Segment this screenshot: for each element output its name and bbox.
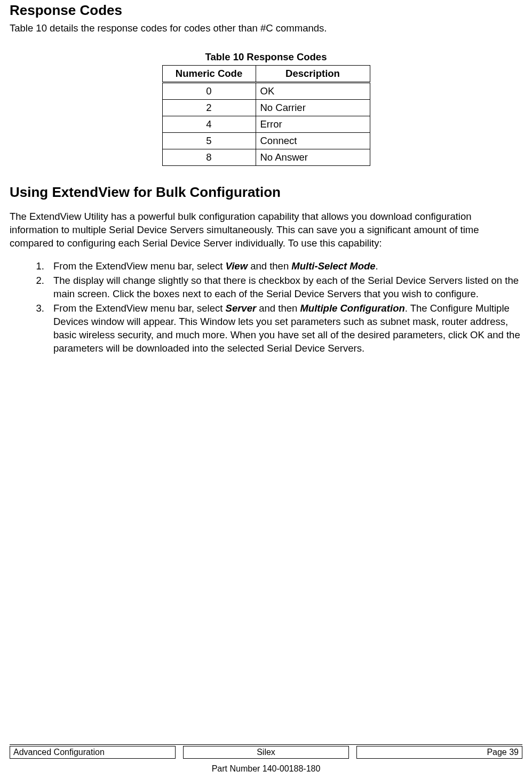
list-item: From the ExtendView menu bar, select Ser…	[47, 302, 522, 355]
footer-left: Advanced Configuration	[10, 746, 176, 759]
response-codes-table: Numeric Code Description 0 OK 2 No Carri…	[162, 65, 370, 166]
td-code: 0	[162, 82, 256, 99]
td-desc: No Carrier	[256, 99, 370, 116]
page-footer: Advanced Configuration Silex Page 39 Par…	[10, 744, 522, 774]
table-row: 0 OK	[162, 82, 370, 99]
footer-center: Silex	[183, 746, 349, 759]
table-row: 5 Connect	[162, 132, 370, 149]
step-text: and then	[248, 260, 291, 272]
step-text: and then	[256, 303, 300, 314]
th-description: Description	[256, 65, 370, 82]
step-text: .	[376, 260, 378, 272]
td-code: 8	[162, 149, 256, 165]
td-code: 5	[162, 132, 256, 149]
table-row: 4 Error	[162, 116, 370, 132]
section-title-extendview: Using ExtendView for Bulk Configuration	[10, 184, 522, 201]
footer-right: Page 39	[356, 746, 522, 759]
footer-row: Advanced Configuration Silex Page 39	[10, 746, 522, 759]
part-number: Part Number 140-00188-180	[10, 764, 522, 774]
step-text: From the ExtendView menu bar, select	[53, 303, 226, 314]
td-desc: OK	[256, 82, 370, 99]
footer-rule	[10, 744, 522, 745]
menu-multiple-configuration: Multiple Configuration	[300, 303, 404, 314]
table-header-row: Numeric Code Description	[162, 65, 370, 82]
step-text: The display will change slightly so that…	[53, 275, 519, 299]
step-text: From the ExtendView menu bar, select	[53, 260, 226, 272]
td-code: 4	[162, 116, 256, 132]
table-caption: Table 10 Response Codes	[10, 51, 522, 63]
td-desc: Error	[256, 116, 370, 132]
td-desc: No Answer	[256, 149, 370, 165]
table-row: 8 No Answer	[162, 149, 370, 165]
td-code: 2	[162, 99, 256, 116]
list-item: The display will change slightly so that…	[47, 274, 522, 301]
list-item: From the ExtendView menu bar, select Vie…	[47, 260, 522, 273]
extendview-intro: The ExtendView Utility has a powerful bu…	[10, 210, 522, 250]
menu-server: Server	[226, 303, 257, 314]
response-codes-intro: Table 10 details the response codes for …	[10, 22, 522, 35]
td-desc: Connect	[256, 132, 370, 149]
section-title-response-codes: Response Codes	[10, 2, 522, 19]
th-numeric-code: Numeric Code	[162, 65, 256, 82]
table-row: 2 No Carrier	[162, 99, 370, 116]
steps-list: From the ExtendView menu bar, select Vie…	[10, 260, 522, 355]
menu-view: View	[226, 260, 248, 272]
menu-multi-select-mode: Multi-Select Mode	[291, 260, 375, 272]
